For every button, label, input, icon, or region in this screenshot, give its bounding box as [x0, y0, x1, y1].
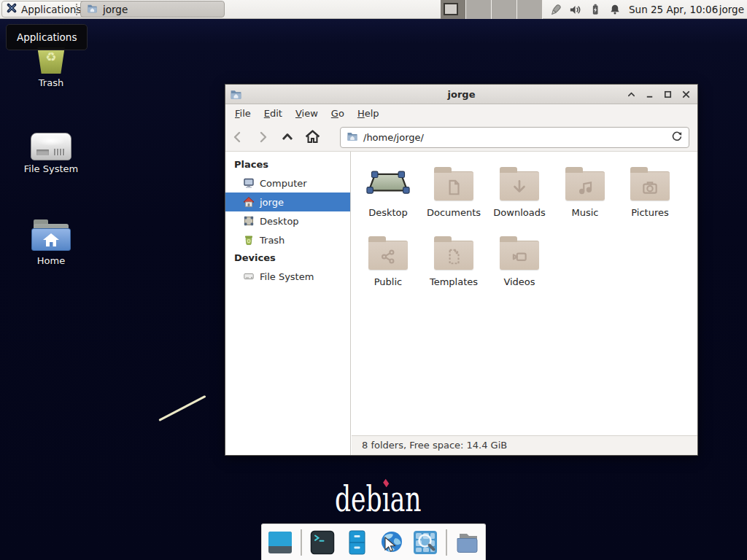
- sidebar-header-devices: Devices: [225, 249, 350, 267]
- folder-item-label: Videos: [488, 276, 551, 287]
- taskbar-window-label: jorge: [103, 4, 128, 15]
- desktop-icon-home[interactable]: Home: [10, 216, 92, 266]
- drive-icon: [243, 271, 255, 282]
- notification-bell-icon[interactable]: [605, 0, 624, 19]
- dock-separator: [446, 529, 447, 556]
- home-icon: [243, 196, 255, 208]
- forward-button[interactable]: [250, 126, 275, 148]
- status-bar: 8 folders, Free space: 14.4 GiB: [352, 435, 697, 455]
- panel-username[interactable]: jorge: [719, 0, 744, 19]
- sidebar-item-filesystem[interactable]: File System: [225, 267, 350, 286]
- workspace-3[interactable]: [492, 0, 517, 19]
- folder-icon: [565, 171, 605, 201]
- taskbar-window-button[interactable]: jorge: [80, 1, 225, 18]
- folder-item-videos[interactable]: Videos: [488, 231, 551, 287]
- stray-line-artifact: [158, 395, 206, 421]
- file-icon-view[interactable]: Desktop Documents: [352, 152, 697, 435]
- sidebar-item-trash[interactable]: Trash: [225, 230, 350, 249]
- folder-icon: [500, 241, 539, 270]
- input-device-icon[interactable]: [546, 0, 565, 19]
- folder-icon: [434, 241, 473, 270]
- directory-menu-icon[interactable]: [454, 529, 481, 556]
- folder-icon: [368, 241, 408, 270]
- folder-item-templates[interactable]: Templates: [422, 231, 485, 287]
- folder-item-label: Music: [554, 207, 616, 218]
- folder-item-label: Downloads: [488, 207, 551, 218]
- xfce-logo-icon: [6, 2, 18, 16]
- sidebar-item-label: Computer: [260, 178, 307, 189]
- menu-help[interactable]: Help: [351, 106, 386, 121]
- web-browser-icon[interactable]: [377, 529, 405, 556]
- taskbar-grip[interactable]: [76, 4, 79, 15]
- panel-clock[interactable]: Sun 25 Apr, 10:06: [629, 0, 718, 19]
- applications-menu-button[interactable]: Applications: [1, 1, 88, 18]
- debian-text-an: an: [390, 478, 422, 519]
- trash-icon: [243, 234, 255, 246]
- debian-wordmark: debıan: [335, 481, 422, 516]
- minimize-button[interactable]: [643, 89, 655, 101]
- computer-icon: [243, 177, 255, 189]
- folder-item-label: Pictures: [619, 207, 681, 218]
- menu-view[interactable]: View: [289, 106, 325, 121]
- sidebar-item-label: Desktop: [260, 216, 299, 227]
- debian-text-i: ı: [382, 478, 390, 519]
- window-titlebar[interactable]: jorge: [225, 85, 697, 104]
- desktop: Applications jorge: [0, 0, 747, 560]
- system-tray: [546, 0, 624, 19]
- battery-icon[interactable]: [585, 0, 605, 19]
- folder-item-public[interactable]: Public: [357, 231, 419, 287]
- workspace-4[interactable]: [517, 0, 543, 19]
- folder-item-pictures[interactable]: Pictures: [619, 162, 681, 218]
- desktop-item-icon: [357, 162, 419, 204]
- folder-item-documents[interactable]: Documents: [422, 162, 485, 218]
- desktop-icon-filesystem[interactable]: File System: [10, 124, 92, 174]
- hard-drive-icon: [31, 133, 71, 160]
- sidebar-item-computer[interactable]: Computer: [225, 174, 350, 192]
- app-finder-icon[interactable]: [411, 529, 439, 556]
- launcher-dock: [261, 524, 486, 560]
- folder-item-music[interactable]: Music: [554, 162, 616, 218]
- menu-go[interactable]: Go: [325, 106, 351, 121]
- desktop-icon-label: Trash: [10, 77, 92, 88]
- path-input[interactable]: /home/jorge/: [363, 132, 666, 143]
- folder-item-downloads[interactable]: Downloads: [488, 162, 551, 218]
- workspace-switcher[interactable]: [441, 0, 543, 19]
- reload-icon[interactable]: [671, 131, 683, 145]
- menu-bar: File Edit View Go Help: [225, 104, 697, 122]
- terminal-icon[interactable]: [309, 529, 336, 556]
- close-button[interactable]: [680, 89, 692, 101]
- folder-icon: [630, 171, 670, 201]
- location-bar[interactable]: /home/jorge/: [340, 127, 689, 148]
- folder-icon: [500, 171, 539, 201]
- menu-edit[interactable]: Edit: [258, 106, 289, 121]
- workspace-2[interactable]: [466, 0, 492, 19]
- sidebar-header-places: Places: [225, 156, 350, 174]
- maximize-button[interactable]: [662, 89, 673, 101]
- shade-button[interactable]: [625, 89, 637, 101]
- sidebar-item-label: Trash: [260, 235, 285, 246]
- file-cabinet-icon[interactable]: [343, 529, 371, 556]
- volume-icon[interactable]: [565, 0, 585, 19]
- places-sidebar: Places Computer jorge: [225, 152, 351, 455]
- window-folder-icon: [87, 3, 98, 16]
- folder-item-label: Documents: [422, 207, 485, 218]
- sidebar-item-desktop[interactable]: Desktop: [225, 211, 350, 230]
- sidebar-item-label: jorge: [260, 197, 284, 208]
- dock-separator: [301, 529, 302, 556]
- folder-item-label: Public: [357, 276, 419, 287]
- path-folder-icon: [347, 131, 358, 145]
- menu-file[interactable]: File: [228, 106, 258, 121]
- workspace-1[interactable]: [441, 0, 466, 19]
- desktop-icon-label: File System: [10, 163, 92, 174]
- sidebar-item-jorge[interactable]: jorge: [225, 192, 350, 211]
- up-button[interactable]: [275, 126, 300, 148]
- home-button[interactable]: [300, 126, 325, 148]
- sidebar-item-label: File System: [260, 271, 314, 282]
- back-button[interactable]: [225, 126, 250, 148]
- folder-icon: [434, 171, 473, 201]
- desktop-icon: [243, 215, 255, 227]
- desktop-icon-label: Home: [10, 255, 92, 266]
- show-desktop-icon[interactable]: [266, 529, 294, 556]
- window-icon: [230, 88, 242, 104]
- folder-item-desktop[interactable]: Desktop: [357, 162, 419, 218]
